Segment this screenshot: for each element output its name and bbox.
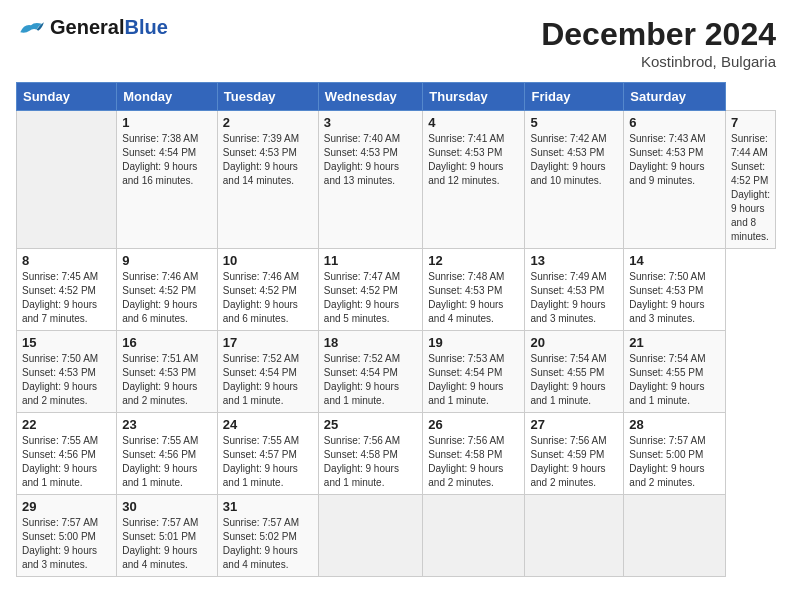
day-number: 17 [223,335,313,350]
day-info: Sunrise: 7:57 AM Sunset: 5:01 PM Dayligh… [122,516,212,572]
day-number: 21 [629,335,720,350]
day-number: 6 [629,115,720,130]
day-number: 10 [223,253,313,268]
day-cell: 10Sunrise: 7:46 AM Sunset: 4:52 PM Dayli… [217,249,318,331]
day-info: Sunrise: 7:40 AM Sunset: 4:53 PM Dayligh… [324,132,417,188]
day-cell: 16Sunrise: 7:51 AM Sunset: 4:53 PM Dayli… [117,331,218,413]
day-number: 1 [122,115,212,130]
day-number: 11 [324,253,417,268]
day-info: Sunrise: 7:41 AM Sunset: 4:53 PM Dayligh… [428,132,519,188]
day-number: 16 [122,335,212,350]
location: Kostinbrod, Bulgaria [541,53,776,70]
day-info: Sunrise: 7:45 AM Sunset: 4:52 PM Dayligh… [22,270,111,326]
day-cell: 28Sunrise: 7:57 AM Sunset: 5:00 PM Dayli… [624,413,726,495]
day-info: Sunrise: 7:39 AM Sunset: 4:53 PM Dayligh… [223,132,313,188]
day-info: Sunrise: 7:52 AM Sunset: 4:54 PM Dayligh… [324,352,417,408]
logo-icon [16,18,46,38]
calendar-table: SundayMondayTuesdayWednesdayThursdayFrid… [16,82,776,577]
day-info: Sunrise: 7:55 AM Sunset: 4:56 PM Dayligh… [122,434,212,490]
day-number: 14 [629,253,720,268]
week-row-5: 29Sunrise: 7:57 AM Sunset: 5:00 PM Dayli… [17,495,776,577]
day-info: Sunrise: 7:47 AM Sunset: 4:52 PM Dayligh… [324,270,417,326]
weekday-header-thursday: Thursday [423,83,525,111]
weekday-header-row: SundayMondayTuesdayWednesdayThursdayFrid… [17,83,776,111]
day-cell: 31Sunrise: 7:57 AM Sunset: 5:02 PM Dayli… [217,495,318,577]
day-cell: 13Sunrise: 7:49 AM Sunset: 4:53 PM Dayli… [525,249,624,331]
day-number: 7 [731,115,770,130]
week-row-2: 8Sunrise: 7:45 AM Sunset: 4:52 PM Daylig… [17,249,776,331]
day-info: Sunrise: 7:55 AM Sunset: 4:56 PM Dayligh… [22,434,111,490]
day-info: Sunrise: 7:57 AM Sunset: 5:00 PM Dayligh… [22,516,111,572]
day-info: Sunrise: 7:51 AM Sunset: 4:53 PM Dayligh… [122,352,212,408]
day-number: 12 [428,253,519,268]
day-info: Sunrise: 7:44 AM Sunset: 4:52 PM Dayligh… [731,132,770,244]
logo: GeneralBlue [16,16,168,39]
day-cell: 24Sunrise: 7:55 AM Sunset: 4:57 PM Dayli… [217,413,318,495]
day-number: 15 [22,335,111,350]
day-number: 27 [530,417,618,432]
day-cell: 27Sunrise: 7:56 AM Sunset: 4:59 PM Dayli… [525,413,624,495]
day-number: 29 [22,499,111,514]
day-info: Sunrise: 7:43 AM Sunset: 4:53 PM Dayligh… [629,132,720,188]
day-info: Sunrise: 7:38 AM Sunset: 4:54 PM Dayligh… [122,132,212,188]
day-number: 23 [122,417,212,432]
day-info: Sunrise: 7:42 AM Sunset: 4:53 PM Dayligh… [530,132,618,188]
day-cell: 8Sunrise: 7:45 AM Sunset: 4:52 PM Daylig… [17,249,117,331]
day-cell: 14Sunrise: 7:50 AM Sunset: 4:53 PM Dayli… [624,249,726,331]
month-title: December 2024 [541,16,776,53]
day-cell: 21Sunrise: 7:54 AM Sunset: 4:55 PM Dayli… [624,331,726,413]
day-number: 5 [530,115,618,130]
day-info: Sunrise: 7:53 AM Sunset: 4:54 PM Dayligh… [428,352,519,408]
day-number: 31 [223,499,313,514]
day-cell: 17Sunrise: 7:52 AM Sunset: 4:54 PM Dayli… [217,331,318,413]
day-cell [624,495,726,577]
weekday-header-friday: Friday [525,83,624,111]
day-cell: 23Sunrise: 7:55 AM Sunset: 4:56 PM Dayli… [117,413,218,495]
day-cell: 1Sunrise: 7:38 AM Sunset: 4:54 PM Daylig… [117,111,218,249]
day-cell: 19Sunrise: 7:53 AM Sunset: 4:54 PM Dayli… [423,331,525,413]
week-row-4: 22Sunrise: 7:55 AM Sunset: 4:56 PM Dayli… [17,413,776,495]
day-info: Sunrise: 7:50 AM Sunset: 4:53 PM Dayligh… [22,352,111,408]
title-area: December 2024 Kostinbrod, Bulgaria [541,16,776,70]
day-number: 30 [122,499,212,514]
day-cell [17,111,117,249]
day-info: Sunrise: 7:46 AM Sunset: 4:52 PM Dayligh… [122,270,212,326]
day-cell: 15Sunrise: 7:50 AM Sunset: 4:53 PM Dayli… [17,331,117,413]
day-number: 20 [530,335,618,350]
day-info: Sunrise: 7:50 AM Sunset: 4:53 PM Dayligh… [629,270,720,326]
logo-text: GeneralBlue [50,16,168,39]
day-number: 24 [223,417,313,432]
day-cell [318,495,422,577]
weekday-header-sunday: Sunday [17,83,117,111]
day-number: 19 [428,335,519,350]
day-cell: 3Sunrise: 7:40 AM Sunset: 4:53 PM Daylig… [318,111,422,249]
day-info: Sunrise: 7:46 AM Sunset: 4:52 PM Dayligh… [223,270,313,326]
day-info: Sunrise: 7:56 AM Sunset: 4:59 PM Dayligh… [530,434,618,490]
week-row-1: 1Sunrise: 7:38 AM Sunset: 4:54 PM Daylig… [17,111,776,249]
weekday-header-saturday: Saturday [624,83,726,111]
day-cell: 25Sunrise: 7:56 AM Sunset: 4:58 PM Dayli… [318,413,422,495]
day-number: 3 [324,115,417,130]
day-cell: 6Sunrise: 7:43 AM Sunset: 4:53 PM Daylig… [624,111,726,249]
weekday-header-monday: Monday [117,83,218,111]
day-number: 2 [223,115,313,130]
day-info: Sunrise: 7:48 AM Sunset: 4:53 PM Dayligh… [428,270,519,326]
day-number: 18 [324,335,417,350]
day-cell: 20Sunrise: 7:54 AM Sunset: 4:55 PM Dayli… [525,331,624,413]
day-number: 13 [530,253,618,268]
day-cell [525,495,624,577]
day-number: 9 [122,253,212,268]
day-info: Sunrise: 7:49 AM Sunset: 4:53 PM Dayligh… [530,270,618,326]
day-number: 4 [428,115,519,130]
day-info: Sunrise: 7:56 AM Sunset: 4:58 PM Dayligh… [428,434,519,490]
weekday-header-tuesday: Tuesday [217,83,318,111]
day-info: Sunrise: 7:52 AM Sunset: 4:54 PM Dayligh… [223,352,313,408]
weekday-header-wednesday: Wednesday [318,83,422,111]
day-number: 25 [324,417,417,432]
day-info: Sunrise: 7:57 AM Sunset: 5:02 PM Dayligh… [223,516,313,572]
day-info: Sunrise: 7:56 AM Sunset: 4:58 PM Dayligh… [324,434,417,490]
day-cell: 2Sunrise: 7:39 AM Sunset: 4:53 PM Daylig… [217,111,318,249]
day-number: 22 [22,417,111,432]
day-number: 8 [22,253,111,268]
day-info: Sunrise: 7:57 AM Sunset: 5:00 PM Dayligh… [629,434,720,490]
